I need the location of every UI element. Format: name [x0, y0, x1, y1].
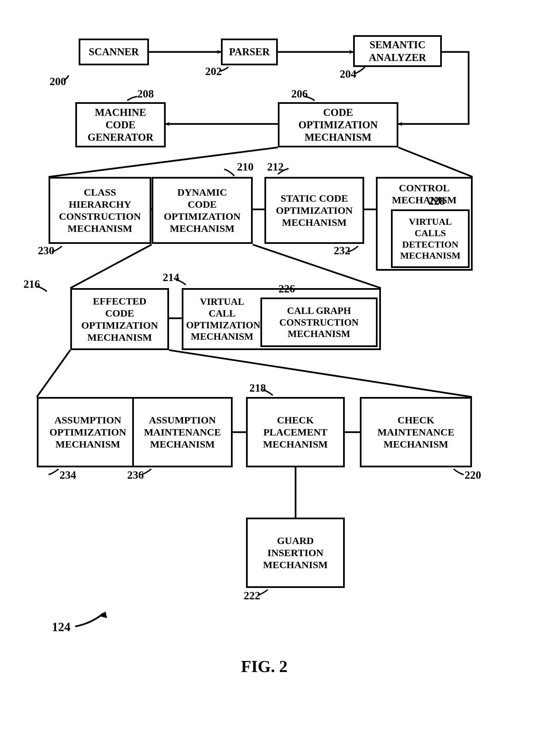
label-230: 230 — [38, 245, 55, 257]
label-208: 208 — [137, 88, 154, 100]
svg-line-4 — [398, 147, 473, 177]
label-222: 222 — [244, 590, 260, 602]
label-218: 218 — [249, 382, 266, 394]
effected-code-opt-box: EFFECTEDCODEOPTIMIZATIONMECHANISM — [70, 288, 169, 350]
diagram-canvas: SCANNER PARSER SEMANTICANALYZER MACHINEC… — [0, 0, 560, 734]
svg-line-9 — [253, 245, 381, 288]
parser-box: PARSER — [221, 39, 278, 65]
check-maintenance-box: CHECKMAINTENANCEMECHANISM — [360, 397, 472, 467]
label-210: 210 — [237, 161, 254, 173]
label-206: 206 — [291, 88, 308, 100]
code-optimization-mechanism-box: CODEOPTIMIZATIONMECHANISM — [278, 102, 398, 147]
label-204: 204 — [340, 68, 356, 80]
label-220: 220 — [465, 469, 481, 481]
assumption-maintenance-box: ASSUMPTIONMAINTENANCEMECHANISM — [132, 397, 233, 467]
assumption-optimization-box: ASSUMPTIONOPTIMIZATIONMECHANISM — [37, 397, 139, 467]
check-placement-box: CHECKPLACEMENTMECHANISM — [246, 397, 345, 467]
class-hierarchy-box: CLASSHIERARCHYCONSTRUCTIONMECHANISM — [49, 177, 151, 244]
dynamic-code-opt-box: DYNAMICCODEOPTIMIZATIONMECHANISM — [152, 177, 253, 244]
label-200: 200 — [50, 75, 66, 88]
label-212: 212 — [267, 161, 284, 173]
svg-line-12 — [169, 350, 472, 397]
machine-code-generator-box: MACHINECODEGENERATOR — [75, 102, 166, 147]
label-232: 232 — [334, 245, 350, 257]
virtual-calls-detection-box: VIRTUALCALLSDETECTIONMECHANISM — [391, 209, 470, 268]
label-216: 216 — [23, 278, 40, 290]
label-234: 234 — [60, 469, 76, 481]
guard-insertion-box: GUARDINSERTIONMECHANISM — [246, 518, 345, 588]
label-228: 228 — [428, 195, 445, 207]
label-202: 202 — [205, 65, 222, 78]
svg-line-8 — [70, 245, 152, 288]
svg-line-11 — [37, 350, 70, 397]
label-124: 124 — [52, 620, 71, 634]
semantic-analyzer-box: SEMANTICANALYZER — [353, 35, 442, 67]
static-code-opt-box: STATIC CODEOPTIMIZATIONMECHANISM — [264, 177, 364, 244]
label-236: 236 — [127, 469, 144, 481]
scanner-box: SCANNER — [79, 39, 149, 65]
label-214: 214 — [163, 271, 179, 284]
call-graph-box: CALL GRAPHCONSTRUCTIONMECHANISM — [260, 297, 378, 347]
figure-caption: FIG. 2 — [241, 657, 288, 676]
label-226: 226 — [278, 283, 295, 295]
virtual-call-opt-text: VIRTUAL CALLOPTIMIZATIONMECHANISM — [186, 296, 258, 342]
